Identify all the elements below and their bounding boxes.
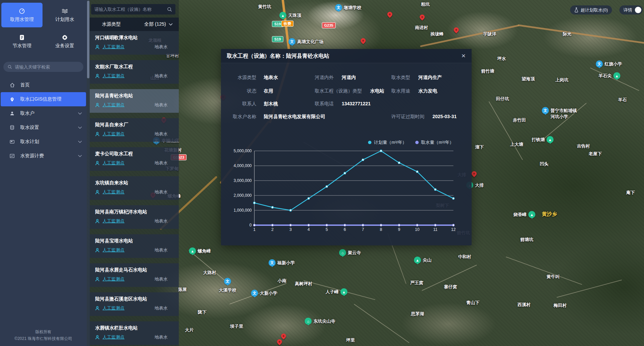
water-source-type: 地表水 — [155, 334, 168, 340]
monitor-tag[interactable]: 人工监测点 — [103, 102, 124, 108]
road-badge: 收费 — [281, 21, 293, 27]
water-source-type: 地表水 — [155, 276, 168, 282]
facility-list-item[interactable]: 陆河县自来水厂人工监测点地表水 — [90, 118, 179, 142]
doc-icon — [19, 34, 25, 41]
field-value: 水电站 — [370, 88, 384, 94]
facility-list-item[interactable]: 陆河县激石溪老区水电站人工监测点地表水 — [90, 292, 179, 316]
map-marker-red[interactable] — [276, 338, 283, 345]
chevron-down-icon — [169, 23, 173, 26]
map-label: 羊石 — [618, 97, 627, 103]
monitor-tag[interactable]: 人工监测点 — [103, 44, 124, 50]
toggle-knob[interactable] — [635, 7, 641, 13]
sidebar-search[interactable] — [3, 62, 83, 72]
app-tile-3[interactable]: 业务设置 — [44, 29, 85, 54]
monitor-tag[interactable]: 人工监测点 — [103, 218, 124, 224]
svg-text:2: 2 — [271, 227, 274, 232]
poi-marker-school: 文高塘文化广场 — [288, 38, 296, 45]
sidebar-item-2[interactable]: 取水户 — [0, 106, 87, 121]
facility-list-item[interactable]: 友能水厂取水工程人工监测点地表水 — [90, 60, 179, 84]
map-label: 粗坑 — [421, 2, 430, 7]
sidebar-item-label: 取水计划 — [20, 139, 39, 145]
close-icon[interactable]: × — [461, 51, 466, 60]
facility-list-item[interactable]: 陆河县青砼水电站人工监测点地表水 — [90, 89, 179, 113]
scrollbar-thumb[interactable] — [87, 1, 89, 78]
sidebar-item-3[interactable]: 取水设置 — [0, 121, 87, 135]
monitor-tag[interactable]: 人工监测点 — [103, 160, 124, 166]
mountain-icon: ▲ — [547, 136, 554, 143]
map-label: 寨仔窝 — [444, 284, 457, 290]
legend-dot-icon — [368, 141, 371, 144]
modal-header: 取水工程（设施）名称：陆河县青砼水电站 × — [221, 49, 472, 63]
facility-list-item[interactable]: 东坑镇自来水站人工监测点地表水 — [90, 176, 179, 200]
map-marker-red[interactable] — [360, 37, 367, 44]
facility-list-item[interactable]: 陆河县水唇走马石水电站人工监测点地表水 — [90, 263, 179, 287]
monitor-tag[interactable]: 人工监测点 — [103, 305, 124, 311]
sidebar-item-label: 水资源计费 — [20, 153, 44, 159]
mountain-icon: ▲ — [613, 72, 620, 79]
monitor-tag[interactable]: 人工监测点 — [103, 276, 124, 282]
map-marker-red[interactable] — [419, 14, 426, 21]
facility-list-item[interactable]: 麦卡公司取水工程人工监测点地表水 — [90, 147, 179, 171]
facility-search-input[interactable] — [94, 7, 167, 12]
poi-label: 天珠顶 — [288, 12, 301, 19]
poi-label: 螺角嶂 — [198, 248, 211, 254]
search-icon[interactable] — [167, 7, 172, 12]
map-marker-red[interactable] — [386, 11, 393, 18]
monitor-tag[interactable]: 人工监测点 — [103, 131, 124, 137]
water-source-type: 地表水 — [155, 189, 168, 195]
sidebar-item-4[interactable]: 取水计划 — [0, 135, 87, 149]
facility-name: 东坑镇自来水站 — [95, 180, 128, 186]
map-label: 西溪村 — [517, 302, 531, 308]
legend-item[interactable]: 取水量（m³/年） — [415, 139, 454, 145]
poi-marker-mountain: ▲打铁塘 — [547, 136, 554, 143]
map-label: 黄沙乡 — [542, 211, 557, 217]
sidebar-item-1[interactable]: 取水口GIS信息管理 — [1, 92, 86, 106]
monitor-tag[interactable]: 人工监测点 — [103, 334, 124, 340]
sidebar: 取用水管理计划用水节水管理业务设置 首页取水口GIS信息管理取水户取水设置取水计… — [0, 0, 87, 346]
sidebar-search-input[interactable] — [15, 64, 72, 70]
field-label: 状态 — [221, 88, 256, 94]
svg-text:4,000,000: 4,000,000 — [234, 163, 252, 168]
sidebar-item-label: 取水户 — [20, 110, 34, 116]
monitor-tag[interactable]: 人工监测点 — [103, 189, 124, 195]
legend-item[interactable]: 计划量（m³/年） — [368, 139, 407, 145]
map-label: 庵下 — [626, 190, 635, 195]
poi-marker-school: 文福新小学 — [269, 259, 276, 266]
monitor-tag[interactable]: 人工监测点 — [103, 247, 124, 253]
sidebar-item-0[interactable]: 首页 — [0, 78, 87, 92]
monitor-tag[interactable]: 人工监测点 — [103, 73, 124, 79]
list-scrollbar[interactable] — [87, 0, 90, 346]
facility-name: 河口镇唱歌潭水电站 — [95, 35, 138, 41]
app-tile-0[interactable]: 取用水管理 — [1, 3, 43, 27]
facility-list-item[interactable]: 河口镇唱歌潭水电站人工监测点地表水 — [90, 31, 179, 55]
map-label: 南进村 — [415, 25, 428, 30]
filter-value-dropdown[interactable]: 全部 (125) — [144, 21, 173, 27]
facility-list-item[interactable]: 陆河县宝塔水电站人工监测点地表水 — [90, 234, 179, 258]
map-label: 老屋下 — [589, 151, 602, 157]
chart-legend: 计划量（m³/年）取水量（m³/年） — [368, 139, 454, 145]
sidebar-item-5[interactable]: 水资源计费 — [0, 149, 87, 163]
facility-list-item[interactable]: 陆河县南万镇杞洋水电站人工监测点地表水 — [90, 205, 179, 229]
poi-label: 打铁塘 — [532, 137, 545, 143]
map-label: 溜下 — [475, 144, 484, 150]
app-tile-2[interactable]: 节水管理 — [1, 29, 43, 54]
poi-label: 墩塘学校 — [344, 5, 361, 11]
map-label: 坪里 — [346, 338, 355, 343]
detail-toggle[interactable]: 详情 — [619, 5, 643, 15]
svg-text:6: 6 — [344, 227, 346, 232]
over-plan-button[interactable]: 超计划取水(0) — [570, 5, 612, 15]
map-road — [517, 24, 644, 45]
map-label: 小南 — [278, 278, 286, 284]
chevron-down-icon — [78, 155, 82, 157]
chevron-down-icon — [78, 140, 82, 143]
chart-svg: 01,000,0002,000,0003,000,0004,000,0005,0… — [228, 149, 465, 234]
person-icon — [95, 74, 100, 79]
app-tile-1[interactable]: 计划用水 — [44, 3, 85, 27]
map-marker-red[interactable] — [280, 332, 287, 340]
facility-search[interactable] — [91, 4, 175, 15]
map-marker-red[interactable] — [471, 170, 478, 177]
chevron-down-icon — [78, 112, 82, 115]
facility-list-item[interactable]: 水唇镇水栏肚水电站人工监测点地表水 — [90, 321, 179, 345]
modal-field-row: 联系人彭木桃联系电话13432771221 — [221, 101, 472, 108]
map-marker-red[interactable] — [453, 26, 460, 33]
